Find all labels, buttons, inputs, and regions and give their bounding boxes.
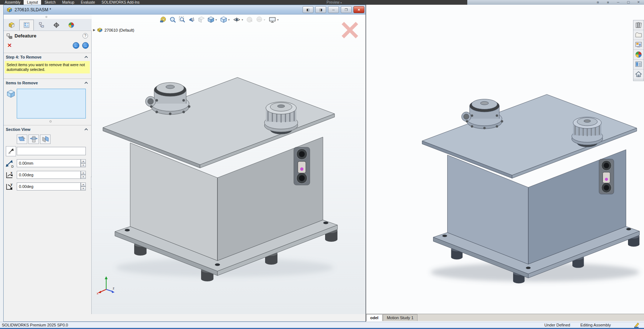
- plane-xz-icon: [29, 136, 38, 143]
- property-manager-icon: [23, 22, 30, 28]
- section-y-rotation-input[interactable]: [17, 182, 81, 190]
- previous-view-button[interactable]: [188, 16, 196, 23]
- app-window-controls: ⧇ ⧆ ─ ▢ ✕: [595, 0, 642, 4]
- doc-minimize-button[interactable]: ─: [328, 6, 339, 13]
- collapse-chevron-icon[interactable]: [84, 128, 88, 131]
- tab-configurations[interactable]: [34, 20, 49, 31]
- section-y-rotation-icon: y: [5, 182, 15, 191]
- section-plane-xy-button[interactable]: [17, 135, 27, 144]
- section-reference-button[interactable]: [6, 146, 16, 156]
- assembly-icon: [8, 22, 15, 28]
- panel-tab-strip: [4, 19, 92, 31]
- view-palette-button[interactable]: [633, 40, 644, 50]
- tab-property-manager[interactable]: [19, 20, 34, 31]
- section-plane-yz-button[interactable]: [40, 135, 51, 144]
- orientation-triad: x z: [97, 276, 116, 294]
- collapse-chevron-icon[interactable]: [84, 81, 88, 84]
- app-close-button[interactable]: ✕: [635, 0, 642, 4]
- app-restore-button[interactable]: ▢: [625, 0, 632, 4]
- section-x-rotation-icon: x: [5, 171, 15, 180]
- view-settings-button[interactable]: ▼: [268, 16, 280, 23]
- items-to-remove-selection-list[interactable]: [17, 89, 86, 119]
- section-x-rotation-input[interactable]: [17, 171, 81, 179]
- tab-featuremanager[interactable]: [4, 20, 19, 31]
- x-rotation-spinner[interactable]: ▲▼: [81, 171, 86, 179]
- svg-text:x: x: [11, 171, 12, 174]
- appearances-ball-icon: [635, 51, 642, 58]
- list-resize-handle[interactable]: [49, 120, 52, 123]
- preview-tab-bar: odel Motion Study 1: [366, 314, 644, 321]
- app-minimize-button[interactable]: ─: [615, 0, 621, 4]
- section-view-icon: [198, 16, 205, 23]
- resources-button[interactable]: [633, 20, 644, 30]
- hide-show-items-button[interactable]: ▼: [233, 16, 244, 23]
- dropdown-caret-icon: ▼: [277, 19, 279, 21]
- tab-display-manager[interactable]: [64, 20, 79, 31]
- back-arrow-icon[interactable]: ←: [73, 42, 79, 49]
- collapse-right-pane-button[interactable]: ◨: [315, 6, 326, 13]
- collapse-left-pane-button[interactable]: ◧: [303, 6, 313, 13]
- eye-icon: [233, 16, 240, 23]
- dropdown-caret-icon: ▼: [263, 19, 266, 21]
- previous-view-icon: [188, 16, 195, 23]
- section-reference-input[interactable]: [17, 147, 86, 155]
- tab-layout[interactable]: Layout: [24, 0, 41, 5]
- tab-sketch[interactable]: Sketch: [41, 0, 59, 5]
- items-to-remove-header[interactable]: Items to Remove: [6, 81, 38, 85]
- preview-tab-motion-study-1[interactable]: Motion Study 1: [383, 314, 417, 321]
- pane-left-icon[interactable]: ⧇: [595, 0, 601, 4]
- panel-grip[interactable]: [4, 15, 92, 19]
- plane-yz-icon: [41, 136, 50, 143]
- tab-solidworks-addins[interactable]: SOLIDWORKS Add-Ins: [98, 0, 143, 5]
- display-style-button[interactable]: ▼: [220, 16, 231, 23]
- view-orientation-button[interactable]: ▼: [207, 16, 218, 23]
- edit-appearance-button[interactable]: [246, 16, 253, 23]
- expand-arrow-icon[interactable]: ▶: [93, 28, 95, 32]
- graphics-viewport[interactable]: ▼ ▼ ▼: [92, 15, 366, 314]
- pane-right-icon[interactable]: ⧆: [605, 0, 611, 4]
- distance-spinner[interactable]: ▲▼: [81, 159, 86, 167]
- preview-model-3d[interactable]: [417, 76, 644, 294]
- section-plane-xz-button[interactable]: [28, 135, 39, 144]
- collapse-chevron-icon[interactable]: [84, 56, 88, 59]
- defeature-icon: [7, 33, 13, 39]
- forward-arrow-icon[interactable]: →: [82, 42, 89, 49]
- view-palette-icon: [635, 42, 642, 48]
- cancel-preview-watermark-icon[interactable]: ✕: [339, 15, 361, 46]
- help-icon[interactable]: ?: [83, 33, 88, 39]
- custom-properties-button[interactable]: [633, 60, 644, 69]
- plane-xy-icon: [18, 136, 27, 143]
- solid-bodies-cube-icon: [6, 89, 16, 98]
- home-icon: [635, 71, 642, 77]
- appearances-scenes-button[interactable]: [633, 50, 644, 60]
- tab-dimxpert[interactable]: [49, 20, 64, 31]
- status-bar: SOLIDWORKS Premium 2025 SP0.0 Under Defi…: [0, 322, 644, 328]
- doc-close-button[interactable]: ✕: [353, 6, 364, 13]
- cancel-icon[interactable]: ✕: [7, 42, 12, 49]
- tab-evaluate[interactable]: Evaluate: [77, 0, 98, 5]
- tab-markup[interactable]: Markup: [59, 0, 77, 5]
- forum-home-button[interactable]: [633, 69, 644, 79]
- doc-restore-button[interactable]: ❐: [341, 6, 352, 13]
- step-section-header[interactable]: Step 4: To Remove: [6, 55, 41, 59]
- measure-button[interactable]: [159, 16, 167, 23]
- section-distance-input[interactable]: [17, 159, 81, 167]
- assembly-document-icon: [7, 7, 12, 12]
- assembly-model-3d[interactable]: [97, 59, 339, 284]
- document-title: 270610.SLDASM *: [15, 7, 51, 12]
- zoom-to-area-button[interactable]: [179, 16, 186, 23]
- custom-properties-icon: [635, 61, 642, 67]
- tab-assembly[interactable]: Assembly: [1, 0, 24, 5]
- design-library-button[interactable]: [633, 30, 644, 40]
- y-rotation-spinner[interactable]: ▲▼: [81, 182, 86, 190]
- preview-tab-model[interactable]: odel: [366, 314, 383, 321]
- document-titlebar: 270610.SLDASM * ◧ ◨ ─ ❐ ✕: [4, 5, 366, 15]
- section-view-button[interactable]: [198, 16, 205, 23]
- zoom-to-area-icon: [179, 16, 185, 23]
- zoom-to-fit-button[interactable]: [169, 16, 176, 23]
- folder-icon: [635, 32, 642, 38]
- section-view-header[interactable]: Section View: [6, 127, 31, 132]
- assembly-icon: [97, 28, 103, 32]
- apply-scene-button[interactable]: ▼: [256, 16, 266, 23]
- feature-tree-root-row[interactable]: ▶ 270610 (Default): [93, 28, 134, 32]
